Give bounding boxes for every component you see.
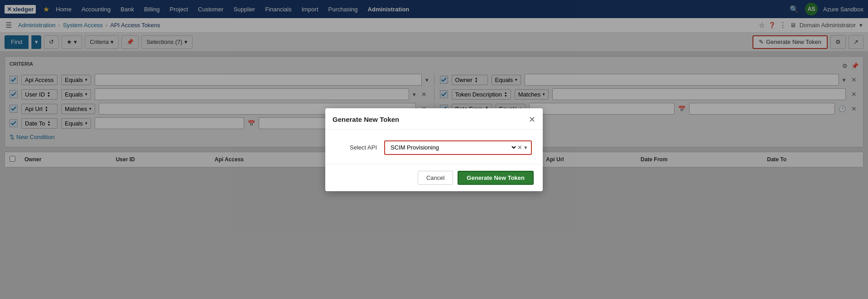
modal-body: Select API SCIM Provisioning REST API OA… xyxy=(325,130,543,164)
modal-select-api-row: Select API SCIM Provisioning REST API OA… xyxy=(336,140,532,155)
api-select-clear-icon[interactable]: ✕ xyxy=(517,144,522,151)
modal-cancel-button[interactable]: Cancel xyxy=(418,171,453,185)
api-select-wrapper: SCIM Provisioning REST API OAuth2 ✕ ▾ xyxy=(384,140,532,155)
generate-token-modal: Generate New Token ✕ Select API SCIM Pro… xyxy=(325,108,543,191)
modal-footer: Cancel Generate New Token xyxy=(325,164,543,191)
modal-title: Generate New Token xyxy=(333,116,399,123)
api-select[interactable]: SCIM Provisioning REST API OAuth2 xyxy=(389,144,517,151)
modal-close-button[interactable]: ✕ xyxy=(529,115,535,125)
modal-generate-button[interactable]: Generate New Token xyxy=(458,171,534,185)
modal-overlay: Generate New Token ✕ Select API SCIM Pro… xyxy=(0,0,868,299)
modal-header: Generate New Token ✕ xyxy=(325,108,543,130)
api-select-arrow-icon[interactable]: ▾ xyxy=(524,144,527,151)
select-api-label: Select API xyxy=(336,144,377,151)
